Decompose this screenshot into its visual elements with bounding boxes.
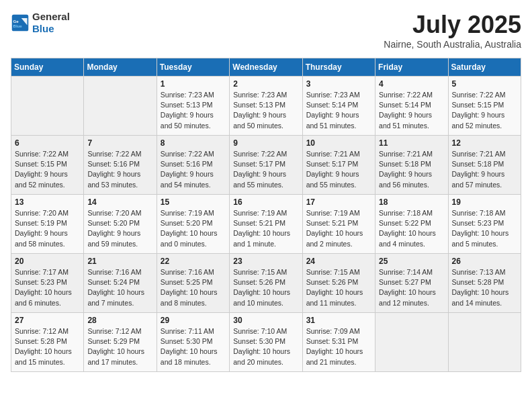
- day-number: 27: [15, 316, 80, 325]
- day-info: Sunrise: 7:19 AM Sunset: 5:21 PM Dayligh…: [233, 208, 298, 249]
- day-number: 25: [379, 257, 444, 266]
- day-number: 7: [87, 138, 152, 148]
- day-info: Sunrise: 7:17 AM Sunset: 5:23 PM Dayligh…: [15, 267, 80, 308]
- day-of-week-header: Sunday: [11, 58, 84, 77]
- day-number: 20: [15, 257, 80, 266]
- calendar-day-cell: 9Sunrise: 7:22 AM Sunset: 5:17 PM Daylig…: [230, 136, 302, 195]
- day-info: Sunrise: 7:22 AM Sunset: 5:14 PM Dayligh…: [379, 90, 444, 131]
- calendar-day-cell: 8Sunrise: 7:22 AM Sunset: 5:16 PM Daylig…: [157, 136, 229, 195]
- day-number: 19: [452, 197, 517, 207]
- calendar-week-row: 13Sunrise: 7:20 AM Sunset: 5:19 PM Dayli…: [11, 195, 521, 254]
- calendar-day-cell: 15Sunrise: 7:19 AM Sunset: 5:20 PM Dayli…: [157, 195, 229, 254]
- day-info: Sunrise: 7:18 AM Sunset: 5:22 PM Dayligh…: [379, 208, 444, 249]
- calendar-day-cell: 18Sunrise: 7:18 AM Sunset: 5:22 PM Dayli…: [375, 195, 448, 254]
- calendar-day-cell: 1Sunrise: 7:23 AM Sunset: 5:13 PM Daylig…: [157, 77, 229, 136]
- logo: Ge Blue General Blue: [11, 11, 70, 35]
- day-number: 10: [306, 138, 371, 148]
- day-info: Sunrise: 7:18 AM Sunset: 5:23 PM Dayligh…: [452, 208, 517, 249]
- calendar-day-cell: 30Sunrise: 7:10 AM Sunset: 5:30 PM Dayli…: [230, 313, 302, 372]
- day-of-week-header: Tuesday: [157, 58, 229, 77]
- day-info: Sunrise: 7:12 AM Sunset: 5:28 PM Dayligh…: [15, 326, 80, 367]
- calendar-day-cell: 16Sunrise: 7:19 AM Sunset: 5:21 PM Dayli…: [230, 195, 302, 254]
- day-info: Sunrise: 7:11 AM Sunset: 5:30 PM Dayligh…: [161, 326, 226, 367]
- calendar-day-cell: 31Sunrise: 7:09 AM Sunset: 5:31 PM Dayli…: [302, 313, 375, 372]
- day-number: 18: [379, 197, 444, 207]
- day-info: Sunrise: 7:20 AM Sunset: 5:19 PM Dayligh…: [15, 208, 80, 249]
- calendar-week-row: 20Sunrise: 7:17 AM Sunset: 5:23 PM Dayli…: [11, 254, 521, 313]
- calendar-day-cell: 17Sunrise: 7:19 AM Sunset: 5:21 PM Dayli…: [302, 195, 375, 254]
- calendar-day-cell: 22Sunrise: 7:16 AM Sunset: 5:25 PM Dayli…: [157, 254, 229, 313]
- calendar-body: 1Sunrise: 7:23 AM Sunset: 5:13 PM Daylig…: [11, 77, 521, 372]
- day-of-week-header: Saturday: [448, 58, 521, 77]
- day-info: Sunrise: 7:19 AM Sunset: 5:20 PM Dayligh…: [161, 208, 226, 249]
- calendar-day-cell: 27Sunrise: 7:12 AM Sunset: 5:28 PM Dayli…: [11, 313, 84, 372]
- day-number: 16: [233, 197, 298, 207]
- calendar-week-row: 27Sunrise: 7:12 AM Sunset: 5:28 PM Dayli…: [11, 313, 521, 372]
- day-info: Sunrise: 7:12 AM Sunset: 5:29 PM Dayligh…: [87, 326, 152, 367]
- calendar-day-cell: 7Sunrise: 7:22 AM Sunset: 5:16 PM Daylig…: [84, 136, 157, 195]
- calendar-day-cell: 20Sunrise: 7:17 AM Sunset: 5:23 PM Dayli…: [11, 254, 84, 313]
- day-info: Sunrise: 7:23 AM Sunset: 5:13 PM Dayligh…: [233, 90, 298, 131]
- day-info: Sunrise: 7:14 AM Sunset: 5:27 PM Dayligh…: [379, 267, 444, 308]
- title-block: July 2025 Nairne, South Australia, Austr…: [384, 11, 521, 50]
- day-of-week-header: Monday: [84, 58, 157, 77]
- logo-text: General Blue: [32, 11, 70, 35]
- day-number: 8: [161, 138, 226, 148]
- day-number: 29: [161, 316, 226, 325]
- day-info: Sunrise: 7:15 AM Sunset: 5:26 PM Dayligh…: [306, 267, 371, 308]
- day-number: 15: [161, 197, 226, 207]
- day-number: 3: [306, 79, 371, 89]
- calendar-day-cell: 13Sunrise: 7:20 AM Sunset: 5:19 PM Dayli…: [11, 195, 84, 254]
- day-info: Sunrise: 7:23 AM Sunset: 5:14 PM Dayligh…: [306, 90, 371, 131]
- day-of-week-header: Wednesday: [230, 58, 302, 77]
- day-info: Sunrise: 7:22 AM Sunset: 5:15 PM Dayligh…: [452, 90, 517, 131]
- calendar-day-cell: 10Sunrise: 7:21 AM Sunset: 5:17 PM Dayli…: [302, 136, 375, 195]
- day-number: 22: [161, 257, 226, 266]
- day-number: 26: [452, 257, 517, 266]
- day-info: Sunrise: 7:10 AM Sunset: 5:30 PM Dayligh…: [233, 326, 298, 367]
- calendar-day-cell: 26Sunrise: 7:13 AM Sunset: 5:28 PM Dayli…: [448, 254, 521, 313]
- day-info: Sunrise: 7:16 AM Sunset: 5:24 PM Dayligh…: [87, 267, 152, 308]
- header-row: SundayMondayTuesdayWednesdayThursdayFrid…: [11, 58, 521, 77]
- day-number: 28: [87, 316, 152, 325]
- day-info: Sunrise: 7:21 AM Sunset: 5:18 PM Dayligh…: [452, 149, 517, 190]
- calendar-day-cell: [448, 313, 521, 372]
- logo-icon: Ge Blue: [11, 13, 30, 32]
- calendar-table: SundayMondayTuesdayWednesdayThursdayFrid…: [11, 58, 521, 372]
- calendar-day-cell: 11Sunrise: 7:21 AM Sunset: 5:18 PM Dayli…: [375, 136, 448, 195]
- day-number: 31: [306, 316, 371, 325]
- calendar-day-cell: 5Sunrise: 7:22 AM Sunset: 5:15 PM Daylig…: [448, 77, 521, 136]
- day-of-week-header: Thursday: [302, 58, 375, 77]
- calendar-day-cell: 3Sunrise: 7:23 AM Sunset: 5:14 PM Daylig…: [302, 77, 375, 136]
- calendar-day-cell: [84, 77, 157, 136]
- location-title: Nairne, South Australia, Australia: [384, 39, 521, 50]
- day-number: 23: [233, 257, 298, 266]
- calendar-week-row: 6Sunrise: 7:22 AM Sunset: 5:15 PM Daylig…: [11, 136, 521, 195]
- day-number: 13: [15, 197, 80, 207]
- calendar-day-cell: 23Sunrise: 7:15 AM Sunset: 5:26 PM Dayli…: [230, 254, 302, 313]
- day-info: Sunrise: 7:15 AM Sunset: 5:26 PM Dayligh…: [233, 267, 298, 308]
- calendar-day-cell: 12Sunrise: 7:21 AM Sunset: 5:18 PM Dayli…: [448, 136, 521, 195]
- calendar-day-cell: 24Sunrise: 7:15 AM Sunset: 5:26 PM Dayli…: [302, 254, 375, 313]
- day-number: 1: [161, 79, 226, 89]
- calendar-day-cell: 25Sunrise: 7:14 AM Sunset: 5:27 PM Dayli…: [375, 254, 448, 313]
- day-info: Sunrise: 7:16 AM Sunset: 5:25 PM Dayligh…: [161, 267, 226, 308]
- day-info: Sunrise: 7:23 AM Sunset: 5:13 PM Dayligh…: [161, 90, 226, 131]
- day-number: 24: [306, 257, 371, 266]
- svg-text:Blue: Blue: [13, 24, 23, 28]
- day-number: 30: [233, 316, 298, 325]
- day-number: 6: [15, 138, 80, 148]
- day-number: 17: [306, 197, 371, 207]
- day-info: Sunrise: 7:09 AM Sunset: 5:31 PM Dayligh…: [306, 326, 371, 367]
- day-number: 11: [379, 138, 444, 148]
- calendar-day-cell: 2Sunrise: 7:23 AM Sunset: 5:13 PM Daylig…: [230, 77, 302, 136]
- calendar-day-cell: 19Sunrise: 7:18 AM Sunset: 5:23 PM Dayli…: [448, 195, 521, 254]
- day-of-week-header: Friday: [375, 58, 448, 77]
- day-info: Sunrise: 7:22 AM Sunset: 5:17 PM Dayligh…: [233, 149, 298, 190]
- day-number: 9: [233, 138, 298, 148]
- month-year-title: July 2025: [384, 11, 521, 39]
- day-number: 21: [87, 257, 152, 266]
- day-number: 12: [452, 138, 517, 148]
- calendar-day-cell: 28Sunrise: 7:12 AM Sunset: 5:29 PM Dayli…: [84, 313, 157, 372]
- calendar-day-cell: 4Sunrise: 7:22 AM Sunset: 5:14 PM Daylig…: [375, 77, 448, 136]
